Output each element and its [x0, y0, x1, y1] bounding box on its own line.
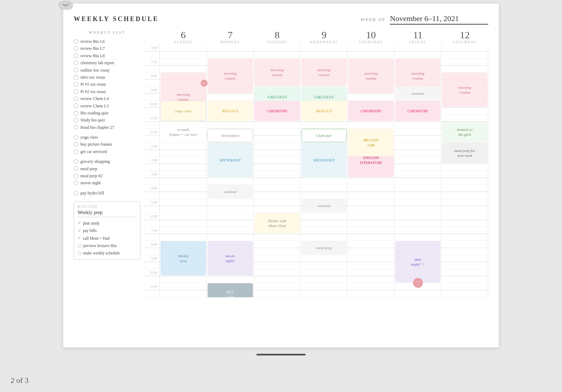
- time-label: [144, 276, 160, 283]
- grid-cell: [301, 199, 348, 206]
- grid-cell: [301, 220, 348, 227]
- checkbox[interactable]: [74, 61, 78, 65]
- checkbox[interactable]: [74, 75, 78, 80]
- day-header-monday: 7MONDAY: [207, 30, 254, 44]
- grid-cell: [254, 283, 301, 290]
- sidebar: WEEKLY LIST review Bio L6review Bio L7re…: [74, 30, 144, 297]
- grid-cell: [207, 87, 254, 94]
- grid-cell: [301, 101, 348, 108]
- grid-cell: [441, 283, 488, 290]
- grid-cell: [301, 290, 348, 297]
- grid-cell: [301, 52, 348, 59]
- checkbox[interactable]: [78, 244, 81, 248]
- grid-cell: [207, 290, 254, 297]
- grid-cell: [301, 192, 348, 199]
- time-label: [144, 150, 160, 157]
- grid-cell: [394, 227, 442, 234]
- checkbox[interactable]: [74, 166, 78, 171]
- grid-cell: [207, 129, 254, 136]
- day-header-sunday: 6SUNDAY: [160, 30, 207, 44]
- checkbox[interactable]: [74, 150, 78, 154]
- time-label: [144, 206, 160, 213]
- grid-cell: [301, 276, 348, 283]
- list-item: Pt #1 soc essay: [74, 81, 140, 88]
- grid-cell: [394, 157, 442, 164]
- grid-cell: [160, 87, 207, 94]
- grid-cell: [301, 283, 348, 290]
- list-item: yoga class: [74, 134, 140, 141]
- grid-cell: [207, 213, 254, 220]
- time-label: 12:00: [144, 129, 160, 136]
- routine-title: Weekly prep: [78, 210, 137, 217]
- grid-cell: [347, 255, 394, 262]
- checkbox[interactable]: [74, 68, 78, 72]
- checkbox[interactable]: [74, 174, 78, 178]
- checkbox[interactable]: [74, 104, 78, 108]
- checkbox[interactable]: [74, 125, 78, 129]
- day-number: 10: [347, 30, 394, 40]
- grid-cell: [207, 185, 254, 192]
- checkbox[interactable]: [74, 89, 78, 94]
- grid-cell: [160, 185, 207, 192]
- time-label: [144, 66, 160, 73]
- grid-cell: [394, 206, 442, 213]
- checkbox[interactable]: [74, 82, 78, 87]
- list-item-text: movie night: [80, 179, 101, 186]
- top-tab[interactable]: [58, 1, 73, 10]
- grid-cell: [347, 101, 394, 108]
- grid-cell: [160, 171, 207, 178]
- grid-cell: [441, 220, 488, 227]
- checkbox[interactable]: [74, 142, 78, 147]
- grid-cell: [347, 199, 394, 206]
- grid-cell: [160, 234, 207, 241]
- grid-cell: [254, 220, 301, 227]
- list-item-text: yoga class: [80, 134, 98, 141]
- list-item-text: meal prep #2: [80, 172, 103, 179]
- time-label: 6:00: [144, 213, 160, 220]
- check-icon: ✓: [78, 234, 81, 242]
- grid-cell: [441, 255, 488, 262]
- grid-cell: [394, 143, 442, 150]
- week-of-date: November 6–11, 2021: [390, 14, 488, 25]
- grid-cell: [301, 115, 348, 122]
- grid-cell: [347, 66, 394, 73]
- time-label: [144, 290, 160, 297]
- time-label: 10:00: [144, 101, 160, 108]
- grid-cell: [347, 178, 394, 185]
- grid-cell: [394, 234, 442, 241]
- checkbox[interactable]: [74, 159, 78, 164]
- grid-cell: [301, 248, 348, 255]
- grid-cell: [441, 80, 488, 87]
- weekly-list: review Bio L6review Bio L7review Bio L8c…: [74, 38, 140, 197]
- scroll-indicator[interactable]: [256, 354, 306, 356]
- checkbox[interactable]: [74, 191, 78, 195]
- grid-cell: [347, 276, 394, 283]
- grid-cell: [254, 45, 301, 52]
- checkbox[interactable]: [74, 97, 78, 101]
- grid-cell: [254, 255, 301, 262]
- checkbox[interactable]: [74, 46, 78, 51]
- week-of-label: WEEK OF: [361, 17, 386, 22]
- checkbox[interactable]: [78, 251, 81, 255]
- checkbox[interactable]: [74, 111, 78, 115]
- checkbox[interactable]: [74, 53, 78, 58]
- time-label: [144, 248, 160, 255]
- time-label: [144, 234, 160, 241]
- grid-cell: [207, 164, 254, 171]
- header: WEEKLY SCHEDULE WEEK OF November 6–11, 2…: [74, 14, 488, 25]
- checkbox[interactable]: [74, 181, 78, 185]
- grid-cell: [207, 206, 254, 213]
- checkbox[interactable]: [74, 135, 78, 140]
- grid-cell: [347, 59, 394, 66]
- grid-cell: [347, 143, 394, 150]
- time-label: [144, 80, 160, 87]
- time-label: 8:00: [144, 73, 160, 80]
- grid-cell: [301, 143, 348, 150]
- time-label: [144, 220, 160, 227]
- checkbox[interactable]: [74, 39, 78, 44]
- checkbox[interactable]: [74, 118, 78, 122]
- grid-cell: [441, 52, 488, 59]
- grid-cell: [207, 157, 254, 164]
- list-item: grocery shopping: [74, 158, 140, 165]
- grid-cell: [394, 52, 442, 59]
